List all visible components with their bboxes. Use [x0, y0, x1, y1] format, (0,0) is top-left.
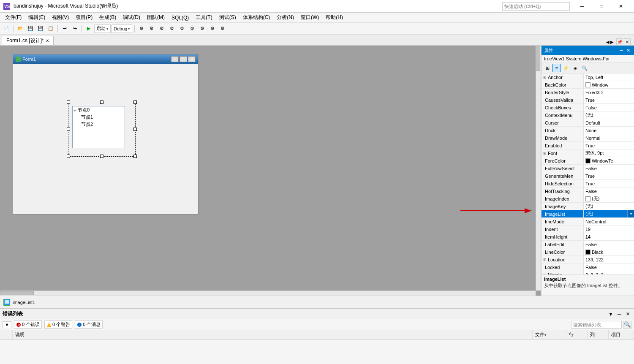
tab-pin-btn[interactable]: 📌	[616, 38, 623, 45]
menu-help[interactable]: 帮助(H)	[322, 13, 346, 22]
props-value-anchor[interactable]: Top, Left	[584, 73, 634, 81]
new-project-btn[interactable]: 📄	[2, 24, 11, 33]
tab-close-icon[interactable]: ✕	[46, 38, 49, 43]
toolbar-extra2[interactable]: ⚙	[147, 24, 156, 33]
handle-bl[interactable]	[67, 155, 70, 158]
error-close-btn[interactable]: ✕	[624, 310, 631, 318]
menu-architecture[interactable]: 体系结构(C)	[239, 13, 274, 22]
canvas-area[interactable]: Form1 ─ □ ✕ ▸ 节点0 节点1	[0, 46, 541, 296]
props-value-margin[interactable]: 3, 3, 3, 3	[584, 271, 634, 274]
toolbar-extra4[interactable]: ⚙	[167, 24, 177, 33]
props-value-locked[interactable]: False	[584, 263, 634, 271]
props-alpha-btn[interactable]: ≡	[552, 64, 561, 72]
handle-tm[interactable]	[100, 101, 103, 104]
props-value-dock[interactable]: None	[584, 127, 634, 134]
undo-btn[interactable]: ↩	[60, 24, 69, 33]
run-btn[interactable]: ▶	[84, 24, 93, 33]
props-value-imemode[interactable]: NoControl	[584, 218, 634, 225]
handle-bm[interactable]	[100, 155, 103, 158]
props-event-btn[interactable]: ⚡	[562, 64, 570, 72]
menu-analyze[interactable]: 分析(N)	[273, 13, 297, 22]
props-value-hideselection[interactable]: True	[584, 180, 634, 187]
minimize-button[interactable]: ─	[572, 0, 592, 13]
debug-dropdown[interactable]: Debug ▾	[112, 24, 132, 33]
start-dropdown[interactable]: 启动 ▾	[94, 24, 111, 33]
tab-scroll-left[interactable]: ◀	[606, 40, 610, 44]
props-value-linecolor[interactable]: Black	[584, 248, 634, 255]
menu-window[interactable]: 窗口(W)	[297, 13, 322, 22]
toolbar-extra5[interactable]: ⚙	[177, 24, 187, 33]
et-col-file[interactable]: 文件 ▾	[533, 330, 566, 339]
tab-form1-design[interactable]: Form1.cs [设计]* ✕	[2, 36, 54, 45]
props-value-font[interactable]: 宋体, 9pt	[584, 149, 634, 157]
props-value-hottracking[interactable]: False	[584, 187, 634, 195]
menu-view[interactable]: 视图(V)	[49, 13, 72, 22]
props-pin-btn[interactable]: ─	[618, 48, 624, 53]
props-value-enabled[interactable]: True	[584, 142, 634, 149]
props-value-location[interactable]: 139, 122	[584, 256, 634, 263]
props-search-btn[interactable]: 🔍	[580, 64, 589, 72]
form-maximize-btn[interactable]: □	[180, 56, 187, 62]
props-value-causesvalida[interactable]: True	[584, 96, 634, 103]
imagelist-tray-label[interactable]: imageList1	[13, 300, 35, 305]
vertical-scrollbar[interactable]	[536, 46, 541, 291]
props-cat-btn[interactable]: ⊞	[543, 64, 552, 72]
v-scroll-thumb[interactable]	[536, 46, 540, 71]
props-value-itemheight[interactable]: 14	[584, 233, 634, 240]
props-value-backcolor[interactable]: Window	[584, 81, 634, 88]
open-btn[interactable]: 📂	[16, 24, 25, 33]
menu-sql[interactable]: SQL(Q)	[168, 13, 192, 22]
toolbar-extra3[interactable]: ⚙	[157, 24, 166, 33]
toolbar-extra6[interactable]: ⚙	[188, 24, 197, 33]
filter-warnings-btn[interactable]: ! 0 个警告	[44, 321, 72, 329]
props-value-labeledit[interactable]: False	[584, 241, 634, 248]
props-value-imageindex[interactable]: (无)	[584, 195, 634, 202]
toolbar-extra1[interactable]: ⚙	[137, 24, 146, 33]
props-value-imagelist[interactable]: (无) ▾	[584, 210, 634, 217]
redo-btn[interactable]: ↪	[70, 24, 79, 33]
extra-btn[interactable]: 📋	[46, 24, 55, 33]
handle-mr[interactable]	[133, 128, 137, 131]
horizontal-scrollbar[interactable]	[0, 291, 536, 296]
error-search-input[interactable]	[571, 321, 622, 329]
quick-launch-input[interactable]	[502, 2, 570, 11]
imagelist-dropdown-btn[interactable]: ▾	[627, 210, 634, 217]
error-pin-btn[interactable]: ─	[615, 310, 623, 318]
form-minimize-btn[interactable]: ─	[171, 56, 179, 62]
props-value-imagekey[interactable]: (无)	[584, 203, 634, 210]
menu-edit[interactable]: 编辑(E)	[25, 13, 49, 22]
props-value-fullrowselect[interactable]: False	[584, 165, 634, 172]
error-filter-btn[interactable]: ▼	[607, 310, 615, 318]
toolbar-extra7[interactable]: ⚙	[198, 24, 207, 33]
toolbar-extra9[interactable]: ⚙	[218, 24, 227, 33]
h-scroll-thumb[interactable]	[0, 291, 34, 295]
props-value-cursor[interactable]: Default	[584, 119, 634, 126]
error-search-btn[interactable]: 🔍	[623, 321, 631, 329]
props-value-indent[interactable]: 19	[584, 225, 634, 233]
menu-project[interactable]: 项目(P)	[72, 13, 96, 22]
form-close-btn[interactable]: ✕	[188, 56, 196, 62]
props-close-btn[interactable]: ✕	[625, 48, 631, 53]
props-row-imagelist[interactable]: ImageList (无) ▾	[541, 210, 634, 218]
et-col-col[interactable]: 列	[588, 330, 609, 339]
menu-team[interactable]: 团队(M)	[144, 13, 168, 22]
menu-file[interactable]: 文件(F)	[2, 13, 25, 22]
filter-messages-btn[interactable]: i 0 个消息	[75, 321, 103, 329]
handle-ml[interactable]	[67, 128, 70, 131]
props-value-generatemen[interactable]: True	[584, 172, 634, 179]
props-extra-btn[interactable]: ◈	[571, 64, 580, 72]
props-value-borderstyle[interactable]: Fixed3D	[584, 89, 634, 96]
props-value-contextmenu[interactable]: (无)	[584, 111, 634, 119]
filter-dropdown-btn[interactable]: ▼	[3, 321, 11, 328]
props-value-drawmode[interactable]: Normal	[584, 134, 634, 141]
menu-debug[interactable]: 调试(D)	[120, 13, 144, 22]
props-value-checkboxes[interactable]: False	[584, 104, 634, 111]
treeview-control[interactable]: ▸ 节点0 节点1 节点2	[72, 106, 125, 148]
handle-br[interactable]	[133, 155, 137, 158]
save-all-btn[interactable]: 💾	[36, 24, 45, 33]
maximize-button[interactable]: □	[592, 0, 611, 13]
tab-close-all-btn[interactable]: ✕	[624, 38, 631, 45]
save-btn[interactable]: 💾	[26, 24, 35, 33]
handle-tr[interactable]	[133, 101, 137, 104]
toolbar-extra8[interactable]: ⚙	[208, 24, 217, 33]
